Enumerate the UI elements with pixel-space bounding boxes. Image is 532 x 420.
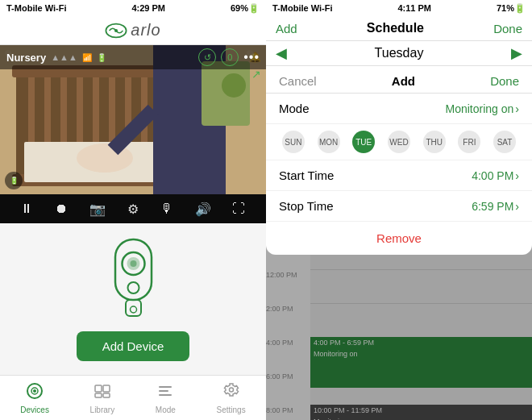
camera-header-right: ↺ 0 ••• [198, 48, 260, 66]
nav-label-mode: Mode [156, 405, 176, 414]
svg-point-25 [130, 260, 136, 267]
library-nav-icon [94, 382, 111, 404]
nav-item-library[interactable]: Library [90, 382, 115, 414]
arlo-logo-text: arlo [131, 21, 160, 40]
settings-camera-icon[interactable]: ⚙ [127, 202, 139, 217]
svg-rect-27 [126, 300, 141, 316]
playback-icon[interactable]: ⏸ [20, 202, 33, 216]
nav-label-library: Library [90, 405, 115, 414]
day-mon[interactable]: MON [318, 131, 340, 153]
status-bar-left: T-Mobile Wi-Fi 4:29 PM 69%🔋 [0, 0, 266, 16]
schedule-header: Add Schedule Done [266, 16, 532, 41]
more-options-icon[interactable]: ••• [243, 50, 260, 64]
battery-right: 71%🔋 [497, 3, 526, 14]
chevron-right-start-icon: › [515, 169, 519, 182]
popup-done-btn[interactable]: Done [490, 74, 519, 88]
nav-label-settings: Settings [217, 405, 246, 414]
popup-remove-btn[interactable]: Remove [266, 222, 532, 255]
camera-controls-bar: ⏸ ⏺ 📷 ⚙ 🎙 🔊 ⛶ [0, 194, 266, 223]
popup-add-btn[interactable]: Add [392, 74, 415, 88]
day-sat[interactable]: SAT [493, 131, 516, 153]
signal-icon: ▲▲▲ [51, 52, 77, 62]
camera-section: Nursery ▲▲▲ 📶 🔋 ↺ 0 ••• [0, 45, 266, 223]
popup-mode-label: Mode [279, 102, 310, 115]
nav-item-settings[interactable]: Settings [217, 382, 246, 414]
svg-rect-33 [103, 385, 110, 392]
carrier-left: T-Mobile Wi-Fi [6, 3, 66, 13]
svg-point-26 [127, 282, 139, 293]
logo-bar: arlo [0, 16, 266, 45]
chevron-right-icon: › [515, 102, 519, 115]
arlo-logo: arlo [105, 21, 160, 40]
day-fri[interactable]: FRI [458, 131, 480, 153]
next-day-btn[interactable]: ▶ [511, 44, 522, 62]
add-device-button[interactable]: Add Device [77, 331, 190, 361]
popup-stop-time-row[interactable]: Stop Time 6:59 PM › [266, 191, 532, 222]
bottom-nav-left: Devices Library Mode Settings [0, 375, 266, 420]
popup-start-time-value: 4:00 PM › [472, 169, 519, 182]
popup-days-row: SUN MON TUE WED THU FRI SAT [266, 124, 532, 160]
svg-rect-38 [159, 394, 172, 396]
status-bar-right: T-Mobile Wi-Fi 4:11 PM 71%🔋 [266, 0, 532, 16]
arlo-device-svg [103, 235, 164, 320]
battery-overlay: 🔋 [5, 172, 23, 189]
popup-actions-row: Cancel Add Done [266, 66, 532, 94]
popup-card: Cancel Add Done Mode Monitoring on › SUN… [266, 66, 532, 255]
svg-rect-34 [95, 393, 102, 397]
day-sun[interactable]: SUN [282, 131, 305, 153]
prev-day-btn[interactable]: ◀ [276, 44, 287, 62]
schedule-title: Schedule [367, 21, 424, 35]
mic-icon[interactable]: 🎙 [160, 202, 173, 216]
add-device-section: Add Device [0, 223, 266, 375]
nav-item-devices[interactable]: Devices [20, 382, 49, 414]
svg-rect-37 [159, 390, 168, 392]
schedule-body: 12:00 AM 2:00 AM 4:00 AM 6:00 AM 8:00 AM… [266, 66, 532, 420]
svg-rect-36 [159, 386, 172, 388]
device-icon [101, 238, 165, 318]
svg-point-1 [114, 28, 118, 31]
current-day: Tuesday [375, 46, 424, 60]
svg-point-19 [222, 73, 246, 98]
svg-point-39 [229, 388, 233, 392]
camera-header: Nursery ▲▲▲ 📶 🔋 ↺ 0 ••• [0, 45, 266, 69]
trending-icon: ↗ [251, 68, 261, 81]
carrier-right: T-Mobile Wi-Fi [272, 3, 332, 13]
mode-nav-icon [156, 382, 174, 404]
snapshot-icon[interactable]: 📷 [89, 202, 106, 217]
svg-rect-32 [95, 385, 102, 392]
nav-item-mode[interactable]: Mode [156, 382, 176, 414]
camera-title: Nursery [6, 52, 46, 64]
day-wed[interactable]: WED [388, 131, 410, 153]
wifi-icon: 📶 [82, 53, 92, 62]
popup-start-time-row[interactable]: Start Time 4:00 PM › [266, 160, 532, 191]
record-icon[interactable]: ⏺ [55, 202, 68, 216]
devices-nav-icon [26, 382, 44, 404]
popup-stop-time-value: 6:59 PM › [472, 200, 519, 213]
fullscreen-icon[interactable]: ⛶ [232, 202, 245, 216]
popup-stop-time-label: Stop Time [279, 199, 334, 213]
day-thu[interactable]: THU [423, 131, 446, 153]
chevron-right-stop-icon: › [515, 200, 519, 213]
day-nav: ◀ Tuesday ▶ [266, 41, 532, 66]
schedule-add-btn[interactable]: Add [276, 22, 297, 35]
popup-overlay: Cancel Add Done Mode Monitoring on › SUN… [266, 66, 532, 420]
time-right: 4:11 PM [397, 3, 431, 13]
speaker-icon[interactable]: 🔊 [195, 202, 211, 217]
popup-start-time-label: Start Time [279, 168, 334, 182]
popup-cancel-btn[interactable]: Cancel [279, 74, 317, 88]
day-tue[interactable]: TUE [352, 131, 375, 153]
counter-badge[interactable]: 0 [221, 48, 239, 66]
arlo-logo-icon [105, 23, 127, 39]
battery-left: 69%🔋 [231, 3, 260, 14]
schedule-done-btn[interactable]: Done [493, 22, 522, 35]
battery-icon: 🔋 [97, 53, 106, 62]
popup-mode-row[interactable]: Mode Monitoring on › [266, 94, 532, 124]
settings-nav-icon [222, 382, 240, 404]
right-panel: T-Mobile Wi-Fi 4:11 PM 71%🔋 Add Schedule… [266, 0, 532, 420]
svg-point-28 [130, 306, 136, 313]
popup-mode-value: Monitoring on › [446, 102, 520, 115]
svg-rect-35 [103, 393, 110, 397]
left-panel: T-Mobile Wi-Fi 4:29 PM 69%🔋 arlo Nursery… [0, 0, 266, 420]
refresh-circle[interactable]: ↺ [198, 48, 216, 66]
time-left: 4:29 PM [131, 3, 165, 13]
